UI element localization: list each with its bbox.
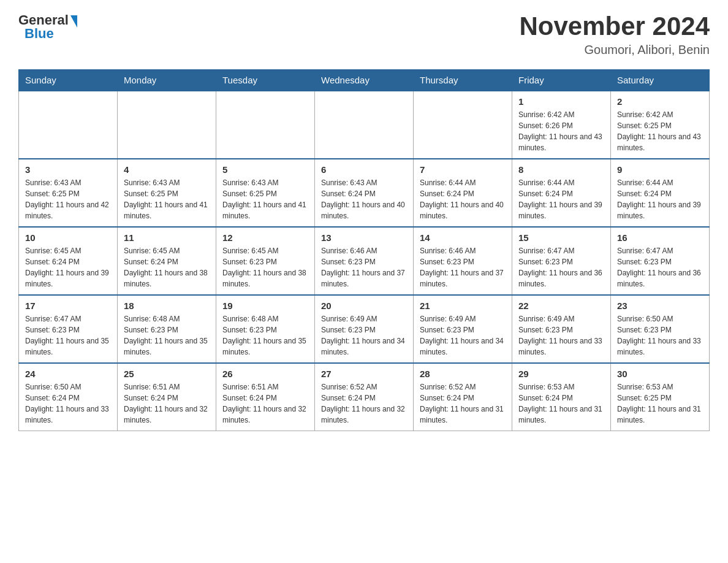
- day-info: Sunrise: 6:43 AM Sunset: 6:24 PM Dayligh…: [321, 177, 407, 221]
- day-number: 30: [617, 369, 703, 379]
- calendar-day-cell: 12Sunrise: 6:45 AM Sunset: 6:23 PM Dayli…: [216, 227, 315, 295]
- day-number: 4: [124, 164, 210, 175]
- calendar-day-cell: 27Sunrise: 6:52 AM Sunset: 6:24 PM Dayli…: [315, 363, 414, 431]
- day-info: Sunrise: 6:47 AM Sunset: 6:23 PM Dayligh…: [617, 245, 703, 289]
- calendar-day-cell: [118, 91, 216, 159]
- calendar-day-cell: 29Sunrise: 6:53 AM Sunset: 6:24 PM Dayli…: [512, 363, 611, 431]
- calendar-day-cell: [414, 91, 512, 159]
- day-number: 28: [420, 369, 506, 379]
- day-info: Sunrise: 6:44 AM Sunset: 6:24 PM Dayligh…: [518, 177, 604, 221]
- calendar-day-cell: 26Sunrise: 6:51 AM Sunset: 6:24 PM Dayli…: [216, 363, 315, 431]
- day-number: 20: [321, 301, 407, 311]
- day-number: 24: [25, 369, 111, 379]
- day-info: Sunrise: 6:53 AM Sunset: 6:24 PM Dayligh…: [518, 381, 604, 426]
- day-number: 25: [124, 369, 210, 379]
- logo: General Blue: [18, 12, 77, 42]
- day-number: 5: [222, 164, 308, 175]
- calendar-day-cell: 25Sunrise: 6:51 AM Sunset: 6:24 PM Dayli…: [118, 363, 216, 431]
- day-number: 6: [321, 164, 407, 175]
- day-info: Sunrise: 6:45 AM Sunset: 6:24 PM Dayligh…: [124, 245, 210, 289]
- day-number: 29: [518, 369, 604, 379]
- day-number: 19: [222, 301, 308, 311]
- day-info: Sunrise: 6:47 AM Sunset: 6:23 PM Dayligh…: [25, 313, 111, 358]
- calendar-day-header: Monday: [118, 70, 216, 91]
- calendar-day-cell: [19, 91, 118, 159]
- calendar-day-cell: 28Sunrise: 6:52 AM Sunset: 6:24 PM Dayli…: [414, 363, 512, 431]
- day-info: Sunrise: 6:51 AM Sunset: 6:24 PM Dayligh…: [124, 381, 210, 426]
- day-number: 10: [25, 232, 111, 243]
- day-number: 14: [420, 232, 506, 243]
- day-number: 16: [617, 232, 703, 243]
- day-info: Sunrise: 6:50 AM Sunset: 6:23 PM Dayligh…: [617, 313, 703, 358]
- logo-blue-text: Blue: [25, 26, 54, 42]
- day-info: Sunrise: 6:53 AM Sunset: 6:25 PM Dayligh…: [617, 381, 703, 426]
- calendar-day-header: Saturday: [611, 70, 710, 91]
- day-number: 27: [321, 369, 407, 379]
- calendar-week-row: 24Sunrise: 6:50 AM Sunset: 6:24 PM Dayli…: [19, 363, 710, 431]
- day-number: 12: [222, 232, 308, 243]
- day-number: 18: [124, 301, 210, 311]
- page-header: General Blue November 2024 Goumori, Alib…: [18, 12, 710, 57]
- calendar-header-row: SundayMondayTuesdayWednesdayThursdayFrid…: [19, 70, 710, 91]
- calendar-day-cell: 19Sunrise: 6:48 AM Sunset: 6:23 PM Dayli…: [216, 295, 315, 363]
- calendar-day-cell: 10Sunrise: 6:45 AM Sunset: 6:24 PM Dayli…: [19, 227, 118, 295]
- calendar-day-header: Tuesday: [216, 70, 315, 91]
- calendar-day-cell: 18Sunrise: 6:48 AM Sunset: 6:23 PM Dayli…: [118, 295, 216, 363]
- day-info: Sunrise: 6:49 AM Sunset: 6:23 PM Dayligh…: [420, 313, 506, 358]
- day-number: 17: [25, 301, 111, 311]
- day-info: Sunrise: 6:43 AM Sunset: 6:25 PM Dayligh…: [25, 177, 111, 221]
- calendar-day-cell: 23Sunrise: 6:50 AM Sunset: 6:23 PM Dayli…: [611, 295, 710, 363]
- day-number: 13: [321, 232, 407, 243]
- day-number: 11: [124, 232, 210, 243]
- calendar-day-header: Sunday: [19, 70, 118, 91]
- calendar-day-header: Thursday: [414, 70, 512, 91]
- day-info: Sunrise: 6:50 AM Sunset: 6:24 PM Dayligh…: [25, 381, 111, 426]
- calendar-day-cell: 13Sunrise: 6:46 AM Sunset: 6:23 PM Dayli…: [315, 227, 414, 295]
- calendar-table: SundayMondayTuesdayWednesdayThursdayFrid…: [18, 69, 710, 431]
- day-info: Sunrise: 6:44 AM Sunset: 6:24 PM Dayligh…: [420, 177, 506, 221]
- day-info: Sunrise: 6:52 AM Sunset: 6:24 PM Dayligh…: [321, 381, 407, 426]
- calendar-day-cell: 17Sunrise: 6:47 AM Sunset: 6:23 PM Dayli…: [19, 295, 118, 363]
- calendar-day-cell: 4Sunrise: 6:43 AM Sunset: 6:25 PM Daylig…: [118, 159, 216, 227]
- day-number: 26: [222, 369, 308, 379]
- calendar-day-cell: 9Sunrise: 6:44 AM Sunset: 6:24 PM Daylig…: [611, 159, 710, 227]
- calendar-day-cell: 8Sunrise: 6:44 AM Sunset: 6:24 PM Daylig…: [512, 159, 611, 227]
- day-number: 1: [518, 96, 604, 107]
- day-info: Sunrise: 6:44 AM Sunset: 6:24 PM Dayligh…: [617, 177, 703, 221]
- calendar-day-header: Friday: [512, 70, 611, 91]
- calendar-day-cell: 15Sunrise: 6:47 AM Sunset: 6:23 PM Dayli…: [512, 227, 611, 295]
- calendar-day-header: Wednesday: [315, 70, 414, 91]
- calendar-day-cell: 16Sunrise: 6:47 AM Sunset: 6:23 PM Dayli…: [611, 227, 710, 295]
- calendar-day-cell: 14Sunrise: 6:46 AM Sunset: 6:23 PM Dayli…: [414, 227, 512, 295]
- day-info: Sunrise: 6:49 AM Sunset: 6:23 PM Dayligh…: [518, 313, 604, 358]
- day-number: 8: [518, 164, 604, 175]
- calendar-week-row: 1Sunrise: 6:42 AM Sunset: 6:26 PM Daylig…: [19, 91, 710, 159]
- calendar-day-cell: [315, 91, 414, 159]
- day-number: 21: [420, 301, 506, 311]
- day-info: Sunrise: 6:45 AM Sunset: 6:23 PM Dayligh…: [222, 245, 308, 289]
- title-section: November 2024 Goumori, Alibori, Benin: [519, 12, 710, 57]
- day-info: Sunrise: 6:43 AM Sunset: 6:25 PM Dayligh…: [222, 177, 308, 221]
- day-number: 22: [518, 301, 604, 311]
- calendar-week-row: 3Sunrise: 6:43 AM Sunset: 6:25 PM Daylig…: [19, 159, 710, 227]
- calendar-day-cell: 11Sunrise: 6:45 AM Sunset: 6:24 PM Dayli…: [118, 227, 216, 295]
- day-number: 15: [518, 232, 604, 243]
- day-number: 2: [617, 96, 703, 107]
- day-number: 23: [617, 301, 703, 311]
- calendar-day-cell: 5Sunrise: 6:43 AM Sunset: 6:25 PM Daylig…: [216, 159, 315, 227]
- day-info: Sunrise: 6:42 AM Sunset: 6:25 PM Dayligh…: [617, 109, 703, 153]
- calendar-subtitle: Goumori, Alibori, Benin: [519, 43, 710, 57]
- calendar-week-row: 17Sunrise: 6:47 AM Sunset: 6:23 PM Dayli…: [19, 295, 710, 363]
- day-info: Sunrise: 6:52 AM Sunset: 6:24 PM Dayligh…: [420, 381, 506, 426]
- calendar-day-cell: 21Sunrise: 6:49 AM Sunset: 6:23 PM Dayli…: [414, 295, 512, 363]
- day-info: Sunrise: 6:47 AM Sunset: 6:23 PM Dayligh…: [518, 245, 604, 289]
- day-info: Sunrise: 6:48 AM Sunset: 6:23 PM Dayligh…: [222, 313, 308, 358]
- day-info: Sunrise: 6:42 AM Sunset: 6:26 PM Dayligh…: [518, 109, 604, 153]
- day-info: Sunrise: 6:45 AM Sunset: 6:24 PM Dayligh…: [25, 245, 111, 289]
- calendar-title: November 2024: [519, 12, 710, 40]
- day-info: Sunrise: 6:49 AM Sunset: 6:23 PM Dayligh…: [321, 313, 407, 358]
- day-info: Sunrise: 6:46 AM Sunset: 6:23 PM Dayligh…: [321, 245, 407, 289]
- day-number: 3: [25, 164, 111, 175]
- day-info: Sunrise: 6:51 AM Sunset: 6:24 PM Dayligh…: [222, 381, 308, 426]
- calendar-day-cell: 1Sunrise: 6:42 AM Sunset: 6:26 PM Daylig…: [512, 91, 611, 159]
